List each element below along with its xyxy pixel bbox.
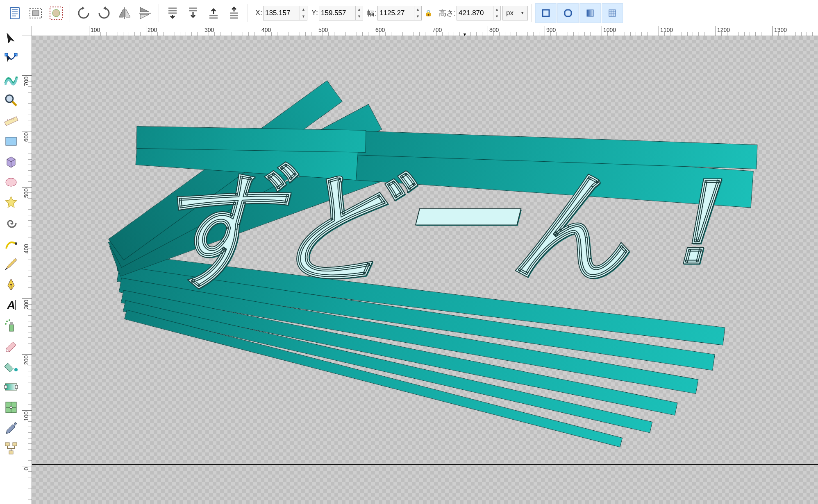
mesh-tool[interactable] <box>2 398 20 417</box>
x-label: X: <box>255 9 262 17</box>
scale-gradient-toggle[interactable] <box>579 3 601 23</box>
svg-rect-19 <box>10 322 13 325</box>
svg-rect-7 <box>587 10 593 16</box>
scale-pattern-toggle[interactable] <box>602 3 623 23</box>
svg-rect-8 <box>609 10 616 16</box>
select-all-layers-button[interactable] <box>5 3 25 23</box>
chevron-down-icon: ▾ <box>517 6 527 20</box>
height-label: 高さ: <box>439 8 456 18</box>
svg-point-21 <box>9 319 10 321</box>
svg-rect-2 <box>32 11 39 16</box>
svg-point-20 <box>6 321 8 322</box>
star-tool[interactable] <box>2 193 20 212</box>
svg-rect-12 <box>4 117 18 126</box>
gradient-tool[interactable] <box>2 377 20 396</box>
x-input[interactable]: ▲▼ <box>263 6 307 20</box>
y-input[interactable]: ▲▼ <box>319 6 363 20</box>
width-label: 幅: <box>367 8 377 18</box>
flip-horizontal-button[interactable] <box>114 3 135 23</box>
selector-tool[interactable] <box>2 29 20 48</box>
canvas[interactable]: ずどーん！ <box>32 36 818 504</box>
rotate-cw-button[interactable] <box>94 3 114 23</box>
zoom-tool[interactable] <box>2 91 20 110</box>
scale-stroke-toggle[interactable] <box>535 3 557 23</box>
lock-aspect-icon[interactable]: 🔒 <box>423 8 433 18</box>
svg-point-11 <box>6 95 13 102</box>
svg-rect-29 <box>5 443 9 446</box>
bucket-tool[interactable] <box>2 357 20 376</box>
text-tool[interactable]: A <box>2 296 20 314</box>
spiral-tool[interactable] <box>2 214 20 233</box>
calligraphy-tool[interactable] <box>2 255 20 273</box>
svg-point-14 <box>6 178 16 186</box>
artwork-3d-text[interactable]: ずどーん！ <box>81 118 753 413</box>
spray-tool[interactable] <box>2 316 20 335</box>
vertical-ruler[interactable]: 7006005004003002001000 <box>22 36 32 504</box>
select-touch-button[interactable] <box>46 3 66 23</box>
page-edge-horizontal <box>32 464 818 465</box>
svg-rect-31 <box>9 451 13 454</box>
eraser-tool[interactable] <box>2 337 20 355</box>
svg-rect-0 <box>10 7 19 19</box>
svg-rect-26 <box>15 385 18 389</box>
svg-point-4 <box>52 9 60 17</box>
lower-to-bottom-button[interactable] <box>162 3 183 23</box>
artwork-face-text: ずどーん！ <box>159 142 750 303</box>
svg-point-23 <box>14 368 18 371</box>
ruler-corner <box>22 26 32 36</box>
width-input[interactable]: ▲▼ <box>377 6 422 20</box>
lower-button[interactable] <box>183 3 203 23</box>
tweak-tool[interactable] <box>2 70 20 89</box>
svg-rect-25 <box>5 385 7 389</box>
svg-point-28 <box>10 406 12 409</box>
svg-rect-18 <box>9 325 14 331</box>
rotate-ccw-button[interactable] <box>73 3 94 23</box>
node-tool[interactable] <box>2 50 20 69</box>
y-label: Y: <box>311 9 318 17</box>
svg-rect-30 <box>13 443 17 446</box>
horizontal-ruler[interactable]: ▼ 10020030040050060070080090010001100120… <box>32 26 818 36</box>
dropper-tool[interactable] <box>2 418 20 437</box>
svg-rect-13 <box>6 137 16 145</box>
svg-point-15 <box>15 242 17 245</box>
flip-vertical-button[interactable] <box>135 3 155 23</box>
svg-rect-6 <box>565 10 571 16</box>
scale-corners-toggle[interactable] <box>557 3 579 23</box>
svg-text:A: A <box>6 299 15 312</box>
rectangle-tool[interactable] <box>2 132 20 151</box>
pen-tool[interactable] <box>2 275 20 294</box>
tool-options-bar: X: ▲▼ Y: ▲▼ 幅: ▲▼ 🔒 高さ: ▲▼ px▾ <box>0 0 818 26</box>
measure-tool[interactable] <box>2 111 20 130</box>
raise-to-top-button[interactable] <box>224 3 244 23</box>
connector-tool[interactable] <box>2 439 20 458</box>
height-input[interactable]: ▲▼ <box>457 6 501 20</box>
raise-button[interactable] <box>203 3 224 23</box>
pencil-tool[interactable] <box>2 234 20 253</box>
workspace: ▼ 10020030040050060070080090010001100120… <box>22 26 818 504</box>
toolbox: A <box>0 26 22 504</box>
svg-rect-5 <box>543 10 549 16</box>
unit-select[interactable]: px▾ <box>502 6 528 20</box>
svg-point-22 <box>5 323 7 325</box>
select-same-layer-button[interactable] <box>25 3 46 23</box>
box3d-tool[interactable] <box>2 152 20 171</box>
ellipse-tool[interactable] <box>2 173 20 192</box>
